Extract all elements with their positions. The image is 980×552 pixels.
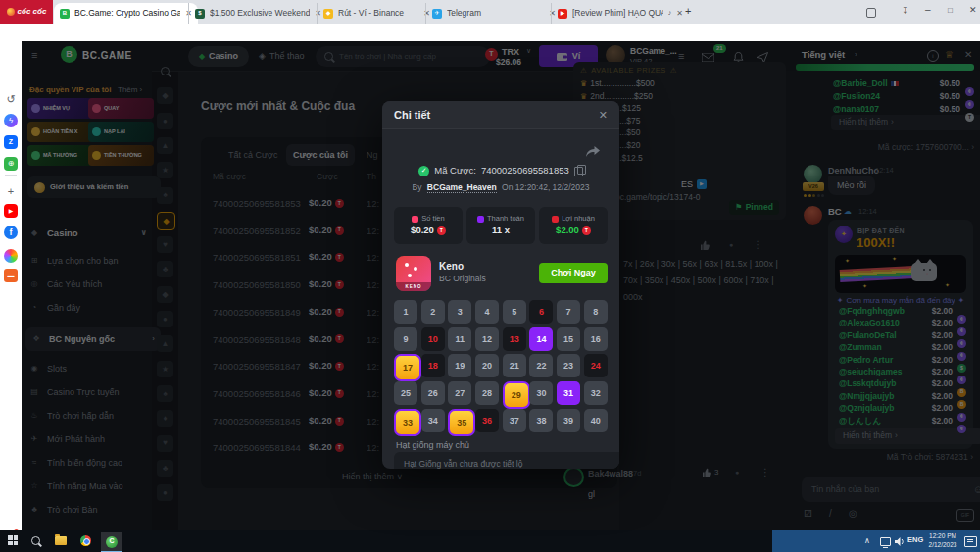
keno-number-8[interactable]: 8 [584, 300, 608, 324]
rail-icon[interactable]: ★ [157, 361, 173, 377]
copy-icon[interactable] [574, 167, 583, 176]
keno-number-13[interactable]: 13 [503, 327, 526, 351]
play-now-button[interactable]: Chơi Ngay [539, 263, 608, 283]
currency-code[interactable]: TRX [502, 47, 519, 57]
sidebar-item[interactable]: ≈Tính biến động cao [29, 453, 147, 473]
dot-icon[interactable]: ● [735, 469, 739, 477]
keno-number-4[interactable]: 4 [475, 300, 499, 324]
winner-name[interactable]: @nana0107 [833, 105, 879, 115]
keno-number-33[interactable]: 33 [394, 409, 421, 436]
keno-number-12[interactable]: 12 [475, 327, 499, 351]
keno-number-14[interactable]: 14 [529, 327, 553, 351]
keno-number-39[interactable]: 39 [557, 409, 580, 432]
vip-more-link[interactable]: Thêm › [118, 85, 142, 94]
rain-winner-name[interactable]: @Qznjqlaujyb [839, 404, 894, 414]
rail-icon[interactable]: ♠ [157, 385, 173, 402]
keno-number-5[interactable]: 5 [503, 300, 526, 324]
keno-number-29[interactable]: 29 [503, 381, 530, 409]
keno-number-20[interactable]: 20 [475, 354, 499, 377]
sidebar-item[interactable]: ◔Gần đây [29, 298, 147, 318]
tray-chevron-up-icon[interactable]: ∧ [864, 536, 870, 545]
keno-number-40[interactable]: 40 [584, 409, 608, 432]
keno-number-3[interactable]: 3 [448, 300, 471, 324]
keno-number-2[interactable]: 2 [421, 300, 445, 324]
rail-icon[interactable]: ▲ [157, 335, 173, 352]
tab-high-rollers[interactable]: Ng [367, 150, 378, 160]
chevron-right-icon[interactable]: › [855, 50, 858, 59]
vip-tile[interactable]: NẠP LẠI [88, 122, 154, 142]
keno-number-32[interactable]: 32 [584, 381, 608, 405]
keno-number-27[interactable]: 27 [448, 381, 471, 405]
vip-tile[interactable]: NHIỆM VỤ [27, 98, 93, 119]
tab-sports[interactable]: ◈ Thể thao [259, 51, 304, 61]
rail-icon[interactable]: ▲ [157, 137, 173, 154]
like-button[interactable]: 3 [702, 468, 718, 477]
rain-winner-name[interactable]: @AlexaGo1610 [839, 319, 900, 328]
tab-all-bets[interactable]: Tất cả Cược [228, 150, 277, 160]
sidebar-item[interactable]: ◆Casino∨ [29, 224, 147, 243]
keno-number-22[interactable]: 22 [529, 354, 553, 377]
trophy-icon[interactable]: ♕ [945, 49, 954, 61]
keno-number-21[interactable]: 21 [503, 354, 526, 377]
rain-winner-name[interactable]: @Zumman [839, 343, 882, 353]
dot-icon[interactable]: ● [729, 241, 733, 249]
rain-winner-name[interactable]: @seiuchigames [839, 368, 903, 377]
bcgame-logo-icon[interactable]: B [61, 46, 77, 63]
rail-icon[interactable]: ● [157, 311, 173, 327]
keno-number-37[interactable]: 37 [503, 409, 526, 432]
keno-number-16[interactable]: 16 [584, 327, 608, 351]
messenger-icon[interactable]: ϟ [4, 114, 18, 127]
rain-winner-name[interactable]: @Nmjjqjaujyb [839, 392, 894, 402]
keno-number-28[interactable]: 28 [475, 381, 499, 405]
avatar[interactable] [804, 206, 822, 225]
rail-icon[interactable]: ♠ [157, 187, 173, 204]
chat-game-id-link[interactable]: Mã Trò chơi: 5874231 › [828, 453, 973, 463]
rain-winner-name[interactable]: @しんしん [839, 417, 881, 427]
facebook-icon[interactable]: f [4, 226, 18, 239]
file-explorer-icon[interactable] [55, 536, 67, 545]
sidebar-item[interactable]: ✈Mới Phát hành [29, 429, 147, 449]
avatar[interactable] [804, 165, 822, 183]
sidebar-item[interactable]: ⊞Lựa chọn cho bạn [29, 251, 147, 271]
chat-bet-id-link[interactable]: Mã cược: 1757600700... › [831, 143, 974, 153]
rail-icon[interactable]: ◆ [157, 286, 173, 303]
chat-rain-banner[interactable] [796, 64, 974, 71]
keno-number-36[interactable]: 36 [475, 409, 499, 432]
history-icon[interactable]: ↺ [4, 92, 18, 106]
reading-list-icon[interactable] [866, 8, 876, 18]
youtube-icon[interactable]: ▶ [4, 204, 18, 218]
keno-number-30[interactable]: 30 [529, 381, 553, 405]
coccoc-browser-logo[interactable]: cốc cốc [0, 0, 53, 24]
keno-number-31[interactable]: 31 [557, 381, 580, 405]
keno-number-23[interactable]: 23 [557, 354, 580, 377]
hamburger-menu-icon[interactable]: ≡ [31, 49, 37, 62]
avatar[interactable] [564, 467, 584, 487]
add-icon[interactable]: + [4, 184, 18, 198]
keno-number-7[interactable]: 7 [557, 300, 580, 324]
winner-row[interactable]: @Fuslion24 [833, 92, 880, 102]
message-hover-actions[interactable]: ● ⋮ [700, 239, 762, 251]
sidebar-item[interactable]: ▤Casino Trực tuyến [29, 382, 147, 402]
rain-winner-name[interactable]: @Pedro Artur [839, 356, 893, 366]
keno-number-38[interactable]: 38 [529, 409, 553, 432]
keno-number-35[interactable]: 35 [448, 409, 475, 436]
language-indicator[interactable]: ENG [907, 536, 923, 545]
chat-show-more-button[interactable]: Hiển thị thêm › [831, 115, 980, 130]
sidebar-item[interactable]: ❖BC Nguyên gốc› [25, 327, 161, 351]
pinned-badge[interactable]: ⚑ Pinned [729, 200, 779, 215]
clock-time[interactable]: 12:20 PM [925, 532, 960, 539]
slash-icon[interactable]: / [829, 508, 832, 520]
more-options-icon[interactable]: ⋮ [760, 467, 770, 478]
bcgame-logo-text[interactable]: BC.GAME [82, 50, 132, 62]
sidebar-item[interactable]: ♨Trò chơi hấp dẫn [29, 406, 147, 426]
menu-list-icon[interactable]: ≡ [678, 50, 684, 63]
rail-icon[interactable]: ● [157, 484, 173, 501]
dice-icon[interactable]: ⚂ [804, 508, 812, 520]
pinned-more-line[interactable]: ES ▶ [681, 179, 707, 189]
browser-tab[interactable]: ◆Rút - Ví - Binance✕ [317, 3, 436, 24]
volume-icon[interactable] [895, 537, 905, 546]
emoji-icon[interactable]: ☺ [973, 483, 980, 496]
keno-number-6[interactable]: 6 [529, 300, 553, 324]
gif-picker-icon[interactable]: GIF [956, 509, 974, 522]
keno-number-25[interactable]: 25 [394, 381, 417, 405]
